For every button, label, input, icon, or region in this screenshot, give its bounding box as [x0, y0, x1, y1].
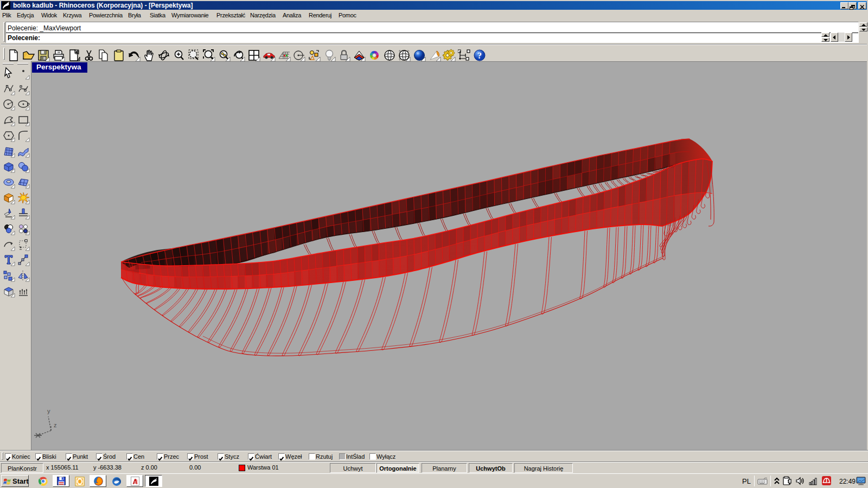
svg-text:?: ? — [477, 51, 482, 60]
